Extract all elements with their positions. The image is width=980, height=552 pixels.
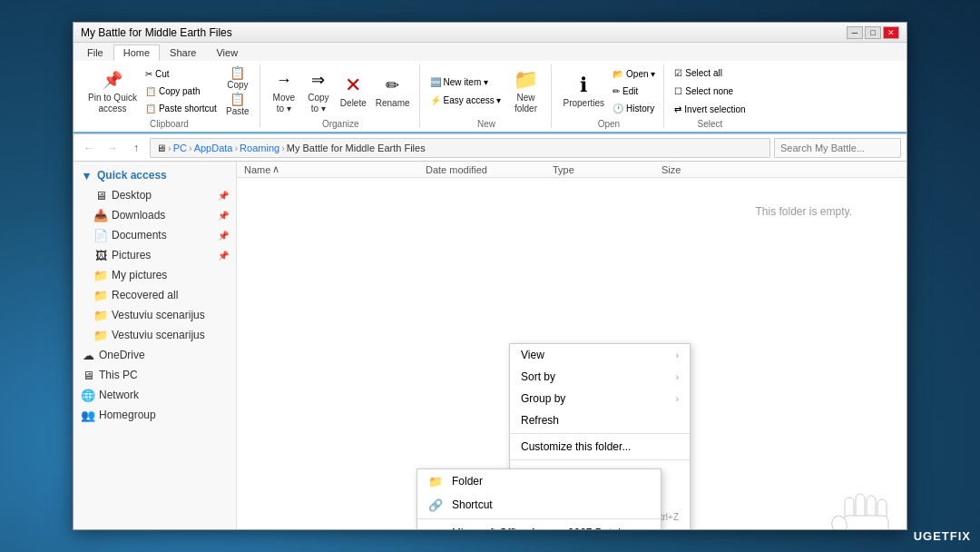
- copy-btn[interactable]: 📋 Copy: [221, 65, 254, 91]
- select-none-btn[interactable]: ☐ Select none: [671, 83, 748, 99]
- col-name-label: Name: [244, 164, 270, 175]
- ribbon-content: 📌 Pin to Quickaccess ✂ Cut 📋 Copy path: [74, 61, 906, 133]
- search-input[interactable]: [774, 138, 901, 158]
- close-btn[interactable]: ✕: [883, 26, 899, 39]
- history-icon: 🕐: [612, 104, 623, 113]
- maximize-btn[interactable]: □: [865, 26, 881, 39]
- sort-arrow: ∧: [272, 163, 279, 175]
- access-icon: 🗃: [426, 526, 445, 529]
- easy-access-btn[interactable]: ⚡ Easy access ▾: [427, 92, 505, 108]
- sidebar-item-network[interactable]: 🌐 Network: [74, 385, 236, 405]
- move-to-btn[interactable]: → Moveto ▾: [268, 64, 300, 117]
- delete-btn[interactable]: ✕ Delete: [337, 64, 370, 117]
- path-roaming[interactable]: Roaming: [240, 143, 279, 153]
- pin-to-quick-btn[interactable]: 📌 Pin to Quickaccess: [84, 64, 141, 117]
- ribbon-group-organize: → Moveto ▾ ⇒ Copyto ▾ ✕ Delete ✏ Rename: [262, 64, 420, 128]
- ctx-sort-left: Sort by: [521, 370, 555, 383]
- paste-shortcut-btn[interactable]: 📋 Paste shortcut: [142, 100, 220, 116]
- ctx-sort-by[interactable]: Sort by ›: [510, 366, 690, 388]
- open-items: ℹ Properties 📂 Open ▾ ✏ Edit �: [559, 64, 658, 117]
- sidebar-item-homegroup[interactable]: 👥 Homegroup: [74, 405, 236, 425]
- ctx-view[interactable]: View ›: [510, 344, 690, 366]
- submenu-shortcut[interactable]: 🔗 Shortcut: [417, 493, 661, 517]
- submenu-shortcut-label: Shortcut: [452, 498, 493, 511]
- pin-label: Pin to Quickaccess: [88, 93, 137, 114]
- submenu-folder[interactable]: 📁 Folder: [417, 469, 661, 493]
- my-pictures-label: My pictures: [112, 269, 167, 281]
- properties-btn[interactable]: ℹ Properties: [559, 64, 608, 117]
- pin-icon: 📌: [100, 67, 125, 93]
- tab-share[interactable]: Share: [160, 44, 206, 61]
- history-btn[interactable]: 🕐 History: [610, 100, 658, 116]
- edit-icon: ✏: [612, 86, 620, 96]
- submenu-access-db[interactable]: 🗃 Microsoft Office Access 2007 Database: [417, 521, 661, 529]
- sidebar-item-vestuviu-2[interactable]: 📁 Vestuviu scenarijus: [74, 325, 236, 345]
- back-btn[interactable]: ←: [79, 138, 99, 158]
- paste-btn[interactable]: 📋 Paste: [221, 92, 254, 117]
- cut-label: Cut: [155, 69, 170, 79]
- sidebar-item-recovered-all[interactable]: 📁 Recovered all: [74, 285, 236, 305]
- ctx-refresh[interactable]: Refresh: [510, 409, 690, 431]
- sidebar-item-downloads[interactable]: 📥 Downloads 📌: [74, 205, 236, 225]
- sidebar-item-my-pictures[interactable]: 📁 My pictures: [74, 265, 236, 285]
- shortcut-icon: 🔗: [426, 498, 445, 512]
- desktop-label: Desktop: [112, 189, 152, 202]
- easy-access-label: Easy access ▾: [444, 95, 502, 105]
- ribbon-group-new: 🆕 New item ▾ ⚡ Easy access ▾ 📁 Newfolder…: [422, 64, 553, 128]
- tab-home[interactable]: Home: [113, 44, 160, 61]
- pictures-icon: 🖼: [93, 248, 108, 262]
- col-name[interactable]: Name ∧: [244, 163, 426, 175]
- ctx-sort-arrow: ›: [676, 372, 679, 382]
- col-type[interactable]: Type: [553, 163, 662, 175]
- cut-btn[interactable]: ✂ Cut: [142, 65, 220, 82]
- tab-file[interactable]: File: [77, 44, 113, 61]
- rename-btn[interactable]: ✏ Rename: [372, 64, 414, 117]
- copy-path-btn[interactable]: 📋 Copy path: [142, 83, 220, 99]
- column-headers: Name ∧ Date modified Type Size: [237, 162, 906, 178]
- new-folder-btn[interactable]: 📁 Newfolder: [505, 64, 545, 117]
- tab-view[interactable]: View: [206, 44, 248, 61]
- path-sep-1: ›: [168, 143, 172, 153]
- col-type-label: Type: [553, 164, 574, 175]
- sidebar-item-pictures[interactable]: 🖼 Pictures 📌: [74, 245, 236, 265]
- col-date[interactable]: Date modified: [426, 163, 553, 175]
- sidebar-item-onedrive[interactable]: ☁ OneDrive: [74, 345, 236, 365]
- sidebar-item-vestuviu-1[interactable]: 📁 Vestuviu scenarijus: [74, 305, 236, 325]
- pictures-pin: 📌: [218, 251, 229, 261]
- ribbon-group-clipboard: 📌 Pin to Quickaccess ✂ Cut 📋 Copy path: [79, 64, 260, 128]
- minimize-btn[interactable]: ─: [847, 26, 863, 39]
- address-path[interactable]: 🖥 › PC › AppData › Roaming › My Battle f…: [150, 138, 770, 158]
- title-bar: My Battle for Middle Earth Files ─ □ ✕: [74, 23, 906, 43]
- sidebar-item-quick-access[interactable]: ▾ Quick access: [74, 165, 236, 185]
- invert-selection-btn[interactable]: ⇄ Invert selection: [671, 101, 748, 117]
- ctx-group-by[interactable]: Group by ›: [510, 388, 690, 409]
- ctx-customize[interactable]: Customize this folder...: [510, 436, 690, 458]
- col-size[interactable]: Size: [662, 163, 734, 175]
- paste-shortcut-label: Paste shortcut: [159, 104, 217, 113]
- select-items: ☑ Select all ☐ Select none ⇄ Invert sele…: [671, 64, 748, 117]
- invert-label: Invert selection: [684, 104, 745, 114]
- submenu-folder-label: Folder: [452, 475, 483, 488]
- new-items: 🆕 New item ▾ ⚡ Easy access ▾ 📁 Newfolder: [427, 64, 546, 117]
- open-btn[interactable]: 📂 Open ▾: [610, 65, 658, 82]
- desktop-icon: 🖥: [93, 188, 108, 202]
- paste-icon: 📋: [225, 92, 250, 106]
- copy-path-label: Copy path: [159, 86, 201, 96]
- up-btn[interactable]: ↑: [126, 138, 146, 158]
- col-date-label: Date modified: [426, 164, 487, 175]
- sidebar-item-desktop[interactable]: 🖥 Desktop 📌: [74, 185, 236, 205]
- delete-label: Delete: [340, 98, 367, 109]
- path-sep-3: ›: [234, 143, 238, 153]
- path-sep-4: ›: [281, 143, 285, 153]
- path-appdata[interactable]: AppData: [194, 143, 233, 153]
- sidebar-item-this-pc[interactable]: 🖥 This PC: [74, 365, 236, 385]
- path-pc[interactable]: PC: [173, 143, 187, 153]
- select-all-btn[interactable]: ☑ Select all: [671, 64, 748, 81]
- edit-btn[interactable]: ✏ Edit: [610, 83, 658, 99]
- organize-items: → Moveto ▾ ⇒ Copyto ▾ ✕ Delete ✏ Rename: [268, 64, 414, 117]
- sidebar-item-documents[interactable]: 📄 Documents 📌: [74, 225, 236, 245]
- forward-btn[interactable]: →: [103, 138, 122, 158]
- copy-to-btn[interactable]: ⇒ Copyto ▾: [302, 64, 335, 117]
- properties-icon: ℹ: [571, 73, 596, 98]
- new-item-btn[interactable]: 🆕 New item ▾: [427, 74, 505, 90]
